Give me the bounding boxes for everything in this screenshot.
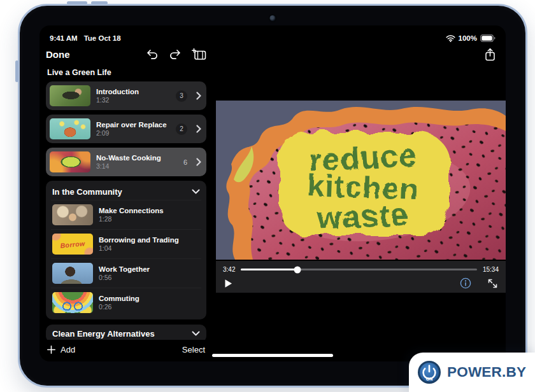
date: Tue Oct 18 [84,34,121,42]
buttons-row [216,273,506,289]
redo-icon[interactable] [169,49,182,60]
section-header-in-the-community[interactable]: In the Community [51,182,201,200]
clock: 9:41 AM [50,34,78,42]
front-camera [270,15,276,21]
lesson-meta: Borrowing and Trading1:04 [99,236,179,253]
thumbnail-art-text: Borrow [52,234,93,255]
battery-percent: 100% [459,34,477,42]
sidebar-toolbar: Done [46,44,206,64]
undo-icon[interactable] [146,49,159,60]
status-right: 100% [446,34,496,42]
chevron-down-icon [192,331,200,336]
video-title-word: waste [316,197,410,236]
add-to-filmstrip-icon[interactable] [192,48,206,60]
clip-count-badge: 6 [183,158,187,166]
dragonfruit-title-thumbnail [50,151,90,172]
lesson-row-borrowing-and-trading[interactable]: BorrowBorrowing and Trading1:04 [51,229,201,258]
right-controls [460,277,497,289]
volume-up-button [67,1,87,4]
lesson-title: No-Waste Cooking [96,154,161,162]
plus-icon [47,346,55,354]
lesson-title: Make Connections [99,207,164,214]
share-icon[interactable] [485,48,496,61]
wifi-icon [446,35,455,42]
clip-count-badge: 3 [176,90,187,102]
section-header-clean-energy-alternatives[interactable]: Clean Energy Alternatives [46,325,206,340]
section-title-live-a-green-life: Live a Green Life [47,68,205,77]
add-label: Add [61,345,75,354]
lesson-duration: 0:26 [99,303,139,311]
sidebar-footer: Add Select [46,340,206,361]
chevron-right-icon [196,125,201,133]
clip-count-badge: 2 [176,123,187,135]
status-left: 9:41 AMTue Oct 18 [50,34,127,42]
ipad-screen: 9:41 AMTue Oct 18 100% [39,25,506,361]
top-button [15,60,18,82]
status-bar: 9:41 AMTue Oct 18 100% [39,25,506,44]
volume-down-button [91,1,108,4]
product-photo: 9:41 AMTue Oct 18 100% [0,0,535,392]
section-title: In the Community [52,187,122,197]
power-icon-label: ON [426,377,433,381]
video-frame[interactable]: reduce kitchen waste [216,101,506,260]
lesson-duration: 1:32 [96,96,139,104]
lesson-row-work-together[interactable]: Work Together0:56 [51,258,201,288]
ipad-device: 9:41 AMTue Oct 18 100% [18,4,527,388]
chevron-right-icon [196,158,201,166]
repair-illustration-thumbnail [50,118,90,139]
add-button[interactable]: Add [47,345,75,354]
play-button[interactable] [224,279,232,288]
scrubber-handle[interactable] [294,266,301,273]
video-artwork: reduce kitchen waste [216,101,506,260]
lesson-duration: 0:56 [99,274,150,281]
toolbar-icons [146,48,206,60]
total-time: 15:34 [483,266,499,273]
video-player-pane: reduce kitchen waste 3:42 [213,44,506,361]
lesson-row-commuting[interactable]: Commuting0:26 [51,288,201,317]
lesson-sidebar: Done [39,44,213,361]
lesson-meta: Work Together0:56 [99,265,150,282]
lesson-title: Borrowing and Trading [99,236,179,244]
elapsed-time: 3:42 [223,266,235,273]
watermark-brand: POWER.BY [447,364,526,381]
lesson-duration: 1:04 [99,244,179,252]
lesson-meta: Make Connections1:28 [99,207,164,223]
battery-icon [480,34,496,42]
lesson-meta: Commuting0:26 [99,295,139,311]
fullscreen-icon[interactable] [488,279,497,288]
lesson-meta: Introduction1:32 [96,88,139,104]
bicycle-illustration-thumbnail [52,292,93,313]
grass-photo-thumbnail [50,85,90,106]
lesson-duration: 2:09 [96,129,167,137]
lesson-duration: 3:14 [96,162,161,170]
watermark-badge: ON POWER.BY [409,353,535,392]
progress-track[interactable] [241,269,477,270]
playback-controls: 3:42 15:34 [216,261,506,293]
power-on-icon: ON [417,360,441,384]
lesson-list: Live a Green LifeIntroduction1:323Repair… [46,64,206,340]
imovie-app: Done [39,44,506,361]
portrait-photo-thumbnail [52,263,93,284]
lesson-row-no-waste-cooking[interactable]: No-Waste Cooking3:146 [46,148,206,176]
friends-photo-thumbnail [52,204,93,225]
section-group-in-the-community: In the CommunityMake Connections1:28Borr… [46,181,206,319]
info-icon[interactable] [460,277,471,289]
home-indicator[interactable] [212,354,333,357]
lesson-row-make-connections[interactable]: Make Connections1:28 [51,200,201,229]
progress-fill [241,269,297,270]
done-button[interactable]: Done [46,49,70,60]
select-button[interactable]: Select [182,345,205,354]
lesson-duration: 1:28 [99,215,164,223]
scrubber-row: 3:42 15:34 [216,261,506,273]
lesson-row-repair-over-replace[interactable]: Repair over Replace2:092 [46,115,206,143]
lesson-title: Work Together [99,265,150,273]
lesson-meta: Repair over Replace2:09 [96,121,167,137]
section-title: Clean Energy Alternatives [52,329,155,339]
lesson-row-introduction[interactable]: Introduction1:323 [46,81,206,110]
player-toolbar [213,44,506,64]
lesson-title: Introduction [96,88,139,95]
lesson-meta: No-Waste Cooking3:14 [96,154,161,171]
lesson-title: Commuting [99,295,139,302]
borrow-illustration-thumbnail: Borrow [52,234,93,255]
chevron-down-icon [192,189,200,194]
